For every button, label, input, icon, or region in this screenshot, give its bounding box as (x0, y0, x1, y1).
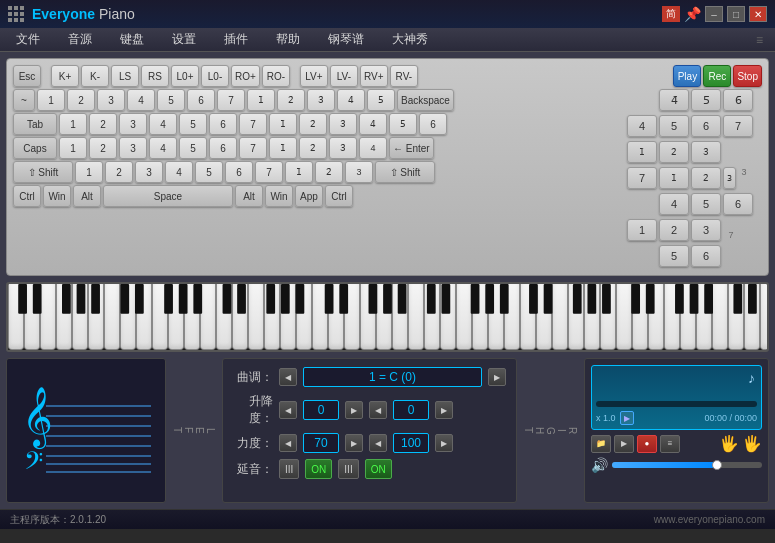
key-o[interactable]: 2̇ (299, 113, 327, 135)
key-b[interactable]: 5 (195, 161, 223, 183)
key-kplus[interactable]: K+ (51, 65, 79, 87)
key-ls[interactable]: LS (111, 65, 139, 87)
white-key-23[interactable] (376, 284, 392, 350)
key-period[interactable]: 2̇ (315, 161, 343, 183)
white-key-4[interactable] (72, 284, 88, 350)
key-lvplus[interactable]: LV+ (300, 65, 328, 87)
transport-eq-btn[interactable]: ≡ (660, 435, 680, 453)
white-key-41[interactable] (664, 284, 680, 350)
key-ralt[interactable]: Alt (235, 185, 263, 207)
white-key-35[interactable] (568, 284, 584, 350)
white-key-24[interactable] (392, 284, 408, 350)
key-rec[interactable]: Rec (703, 65, 731, 87)
key-app[interactable]: App (295, 185, 323, 207)
delay-right-mode-btn[interactable]: III (338, 459, 358, 479)
menu-keyboard[interactable]: 键盘 (116, 29, 148, 50)
key-comma[interactable]: 1̇ (285, 161, 313, 183)
white-key-11[interactable] (184, 284, 200, 350)
key-p[interactable]: 3̇ (329, 113, 357, 135)
key-y[interactable]: 6 (209, 113, 237, 135)
key-lctrl[interactable]: Ctrl (13, 185, 41, 207)
key-backspace[interactable]: Backspace (397, 89, 454, 111)
key-slash[interactable]: 3 (345, 161, 373, 183)
numpad-3d[interactable]: 3̇ (691, 141, 721, 163)
delay-right-on-btn[interactable]: ON (365, 459, 392, 479)
key-l0plus[interactable]: L0+ (171, 65, 199, 87)
key-g[interactable]: 5 (179, 137, 207, 159)
numpad-6a[interactable]: 6 (723, 193, 753, 215)
menu-settings[interactable]: 设置 (168, 29, 200, 50)
right-hand-icon[interactable]: 🖐 (742, 434, 762, 453)
menu-audio[interactable]: 音源 (64, 29, 96, 50)
key-e[interactable]: 3 (119, 113, 147, 135)
numpad-3a[interactable]: 3 (691, 219, 721, 241)
white-key-34[interactable] (552, 284, 568, 350)
key-h[interactable]: 6 (209, 137, 237, 159)
key-r0minus[interactable]: RO- (262, 65, 290, 87)
numpad-6b[interactable]: 6 (691, 245, 721, 267)
white-key-22[interactable] (360, 284, 376, 350)
white-key-15[interactable] (248, 284, 264, 350)
key-quote[interactable]: 4 (359, 137, 387, 159)
key-3[interactable]: 3 (97, 89, 125, 111)
menu-help[interactable]: 帮助 (272, 29, 304, 50)
white-key-31[interactable] (504, 284, 520, 350)
key-3d[interactable]: 3̇ (307, 89, 335, 111)
pitch-left-inc-btn[interactable]: ▶ (345, 401, 363, 419)
white-key-30[interactable] (488, 284, 504, 350)
key-q[interactable]: 1 (59, 113, 87, 135)
key-lwin[interactable]: Win (43, 185, 71, 207)
white-key-9[interactable] (152, 284, 168, 350)
tonality-inc-btn[interactable]: ▶ (488, 368, 506, 386)
white-key-39[interactable] (632, 284, 648, 350)
white-key-10[interactable] (168, 284, 184, 350)
numpad-7b[interactable]: 7 (627, 167, 657, 189)
key-play[interactable]: Play (673, 65, 701, 87)
key-semi[interactable]: 3̇ (329, 137, 357, 159)
key-f[interactable]: 4 (149, 137, 177, 159)
white-key-45[interactable] (728, 284, 744, 350)
numpad-2d[interactable]: 2̇ (659, 141, 689, 163)
key-5[interactable]: 5 (157, 89, 185, 111)
white-key-25[interactable] (408, 284, 424, 350)
white-key-20[interactable] (328, 284, 344, 350)
left-hand-icon[interactable]: 🖐 (719, 434, 739, 453)
menu-file[interactable]: 文件 (12, 29, 44, 50)
white-key-32[interactable] (520, 284, 536, 350)
vel-left-inc-btn[interactable]: ▶ (345, 434, 363, 452)
white-key-37[interactable] (600, 284, 616, 350)
key-backtick[interactable]: ~ (13, 89, 35, 111)
key-space[interactable]: Space (103, 185, 233, 207)
white-key-26[interactable] (424, 284, 440, 350)
white-key-13[interactable] (216, 284, 232, 350)
key-6[interactable]: 6 (187, 89, 215, 111)
key-caps[interactable]: Caps (13, 137, 57, 159)
delay-left-on-btn[interactable]: ON (305, 459, 332, 479)
numpad-6d[interactable]: 6̈ (723, 89, 753, 111)
vel-right-inc-btn[interactable]: ▶ (435, 434, 453, 452)
numpad-5b[interactable]: 5 (659, 245, 689, 267)
maximize-button[interactable]: □ (727, 6, 745, 22)
key-lbracket[interactable]: 4̇ (359, 113, 387, 135)
key-enter[interactable]: ← Enter (389, 137, 434, 159)
key-rwin[interactable]: Win (265, 185, 293, 207)
white-key-5[interactable] (88, 284, 104, 350)
key-z[interactable]: 1 (75, 161, 103, 183)
key-l[interactable]: 2̇ (299, 137, 327, 159)
menu-sheet[interactable]: 钢琴谱 (324, 29, 368, 50)
key-rvplus[interactable]: RV+ (360, 65, 388, 87)
key-r[interactable]: 4 (149, 113, 177, 135)
white-key-46[interactable] (744, 284, 760, 350)
numpad-5a[interactable]: 5 (691, 193, 721, 215)
key-1d[interactable]: 1̇ (247, 89, 275, 111)
key-v[interactable]: 4 (165, 161, 193, 183)
vel-left-dec-btn[interactable]: ◀ (279, 434, 297, 452)
white-key-40[interactable] (648, 284, 664, 350)
menu-plugins[interactable]: 插件 (220, 29, 252, 50)
white-key-33[interactable] (536, 284, 552, 350)
transport-rec-btn[interactable]: ● (637, 435, 657, 453)
white-key-0[interactable] (8, 284, 24, 350)
volume-slider[interactable] (612, 462, 762, 468)
white-key-43[interactable] (696, 284, 712, 350)
tonality-dec-btn[interactable]: ◀ (279, 368, 297, 386)
